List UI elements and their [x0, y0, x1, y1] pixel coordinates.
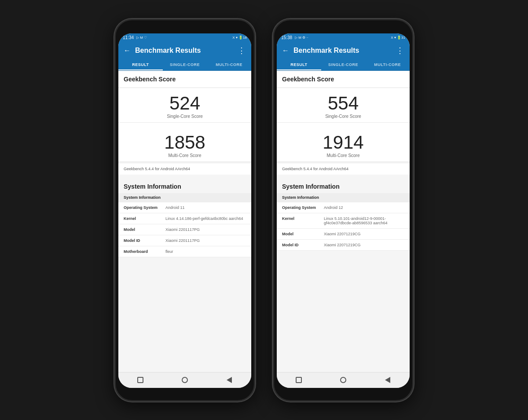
- home-icon-1: [182, 377, 188, 383]
- sys-info-header-2: System Information: [277, 178, 410, 193]
- multi-core-label-2: Multi-Core Score: [281, 153, 405, 158]
- nav-home-2[interactable]: [339, 376, 347, 384]
- model-label-1: Model: [124, 227, 165, 232]
- single-core-label-1: Single-Core Score: [123, 114, 247, 119]
- power-button-2: [412, 108, 414, 130]
- tab-multi-core-2[interactable]: MULTI-CORE: [365, 59, 410, 70]
- nav-back-2[interactable]: [384, 376, 392, 384]
- row-model-2: Model Xiaomi 22071219CG: [277, 229, 410, 240]
- info-header-label-2: System Information: [282, 195, 319, 200]
- vol-up-button-2: [273, 99, 274, 117]
- back-button-2[interactable]: ←: [282, 47, 289, 55]
- menu-button-1[interactable]: ⋮: [238, 46, 246, 55]
- vol-down-button: [114, 121, 116, 139]
- geekbench-score-header-2: Geekbench Score: [277, 71, 410, 88]
- nav-back-1[interactable]: [225, 376, 233, 384]
- alert-slider: [254, 139, 255, 152]
- time-1: 11:34: [123, 35, 134, 40]
- multi-core-label-1: Multi-Core Score: [123, 153, 247, 158]
- divider-2: [277, 175, 410, 178]
- multi-core-block-1: 1858 Multi-Core Score: [118, 127, 251, 162]
- geekbench-note-1: Geekbench 5.4.4 for Android AArch64: [118, 163, 251, 175]
- kernel-label-1: Kernel: [124, 216, 165, 221]
- phone-body-2: 15:38 ▷ M ⚙ ·· X ▾ 🔋31 ← Benchmark Resul…: [273, 19, 414, 402]
- back-icon-2: [385, 377, 390, 383]
- status-icons-right-2: X ▾ 🔋31: [391, 36, 405, 40]
- power-button: [254, 108, 255, 130]
- status-icons-left-2: ▷ M ⚙ ··: [295, 36, 308, 40]
- model-id-value-2: Xiaomi 22071219CG: [324, 243, 404, 247]
- app-title-2: Benchmark Results: [293, 47, 392, 55]
- geekbench-score-header-1: Geekbench Score: [118, 71, 251, 88]
- content-2: Geekbench Score 554 Single-Core Score 19…: [277, 71, 410, 372]
- multi-core-block-2: 1914 Multi-Core Score: [277, 127, 410, 162]
- single-core-block-2: 554 Single-Core Score: [277, 88, 410, 123]
- tab-single-core-2[interactable]: SINGLE-CORE: [321, 59, 366, 70]
- model-value-1: Xiaomi 2201117PG: [165, 227, 246, 232]
- info-row-header-2: System Information: [277, 193, 410, 202]
- info-table-1: System Information Operating System Andr…: [118, 193, 251, 257]
- status-left-2: 15:38 ▷ M ⚙ ··: [281, 35, 308, 40]
- single-core-block-1: 524 Single-Core Score: [118, 88, 251, 123]
- status-right-2: X ▾ 🔋31: [391, 36, 405, 40]
- status-bar-1: 11:34 ▷ M ♡ X ▾ 🔋18: [118, 33, 251, 42]
- home-icon-2: [340, 377, 346, 383]
- app-bar-1: ← Benchmark Results ⋮: [118, 42, 251, 59]
- kernel-value-1: Linux 4.14.186-perf-gefdca4bc80bc aarch6…: [165, 216, 246, 221]
- phone-2: 15:38 ▷ M ⚙ ·· X ▾ 🔋31 ← Benchmark Resul…: [273, 19, 414, 402]
- score-spacer-2: [277, 123, 410, 127]
- phone-1: 11:34 ▷ M ♡ X ▾ 🔋18 ← Benchmark Results …: [114, 19, 255, 402]
- row-kernel-1: Kernel Linux 4.14.186-perf-gefdca4bc80bc…: [118, 213, 251, 224]
- model-id-label-2: Model ID: [282, 243, 324, 247]
- info-table-2: System Information Operating System Andr…: [277, 193, 410, 251]
- model-id-label-1: Model ID: [124, 238, 165, 243]
- sys-info-title-1: System Information: [124, 183, 181, 190]
- single-core-score-2: 554: [281, 94, 405, 113]
- info-header-label-1: System Information: [124, 195, 161, 200]
- phone-screen-1: 11:34 ▷ M ♡ X ▾ 🔋18 ← Benchmark Results …: [118, 33, 251, 388]
- model-value-2: Xiaomi 22071219CG: [324, 232, 404, 236]
- tabs-1: RESULT SINGLE-CORE MULTI-CORE: [118, 59, 251, 71]
- nav-bar-2: [277, 372, 410, 388]
- os-value-2: Android 12: [324, 205, 404, 210]
- tab-result-2[interactable]: RESULT: [277, 59, 321, 70]
- nav-home-1[interactable]: [181, 376, 189, 384]
- single-core-label-2: Single-Core Score: [281, 114, 405, 119]
- back-icon-1: [227, 377, 232, 383]
- geekbench-score-title-2: Geekbench Score: [282, 76, 334, 83]
- nav-recent-2[interactable]: [295, 376, 303, 384]
- tab-single-core-1[interactable]: SINGLE-CORE: [163, 59, 207, 70]
- nav-recent-1[interactable]: [136, 376, 144, 384]
- back-button-1[interactable]: ←: [124, 47, 131, 55]
- kernel-value-2: Linux 5.10.101-android12-9-00001-gf4c0e3…: [324, 216, 404, 225]
- model-id-value-1: Xiaomi 2201117PG: [165, 238, 246, 243]
- tab-multi-core-1[interactable]: MULTI-CORE: [207, 59, 251, 70]
- status-icons-right-1: X ▾ 🔋18: [232, 36, 247, 40]
- status-right-1: X ▾ 🔋18: [232, 36, 247, 40]
- phone-screen-2: 15:38 ▷ M ⚙ ·· X ▾ 🔋31 ← Benchmark Resul…: [277, 33, 410, 388]
- app-title-1: Benchmark Results: [135, 47, 233, 55]
- multi-core-score-1: 1858: [123, 133, 247, 152]
- alert-slider-2: [412, 139, 414, 152]
- tab-result-1[interactable]: RESULT: [118, 59, 163, 70]
- divider-1: [118, 175, 251, 178]
- row-model-id-1: Model ID Xiaomi 2201117PG: [118, 235, 251, 246]
- os-value-1: Android 11: [165, 205, 246, 210]
- row-kernel-2: Kernel Linux 5.10.101-android12-9-00001-…: [277, 213, 410, 229]
- motherboard-value-1: fleur: [165, 249, 246, 254]
- status-bar-2: 15:38 ▷ M ⚙ ·· X ▾ 🔋31: [277, 33, 410, 42]
- phone-body-1: 11:34 ▷ M ♡ X ▾ 🔋18 ← Benchmark Results …: [114, 19, 255, 402]
- row-os-1: Operating System Android 11: [118, 202, 251, 213]
- sys-info-title-2: System Information: [282, 183, 340, 190]
- geekbench-score-title-1: Geekbench Score: [124, 76, 176, 83]
- multi-core-score-2: 1914: [281, 133, 405, 152]
- vol-up-button: [114, 99, 116, 117]
- app-bar-2: ← Benchmark Results ⋮: [277, 42, 410, 59]
- row-motherboard-1: Motherboard fleur: [118, 246, 251, 257]
- nav-bar-1: [118, 372, 251, 388]
- row-os-2: Operating System Android 12: [277, 202, 410, 213]
- tabs-2: RESULT SINGLE-CORE MULTI-CORE: [277, 59, 410, 71]
- content-1: Geekbench Score 524 Single-Core Score 18…: [118, 71, 251, 372]
- row-model-1: Model Xiaomi 2201117PG: [118, 224, 251, 235]
- menu-button-2[interactable]: ⋮: [396, 46, 404, 55]
